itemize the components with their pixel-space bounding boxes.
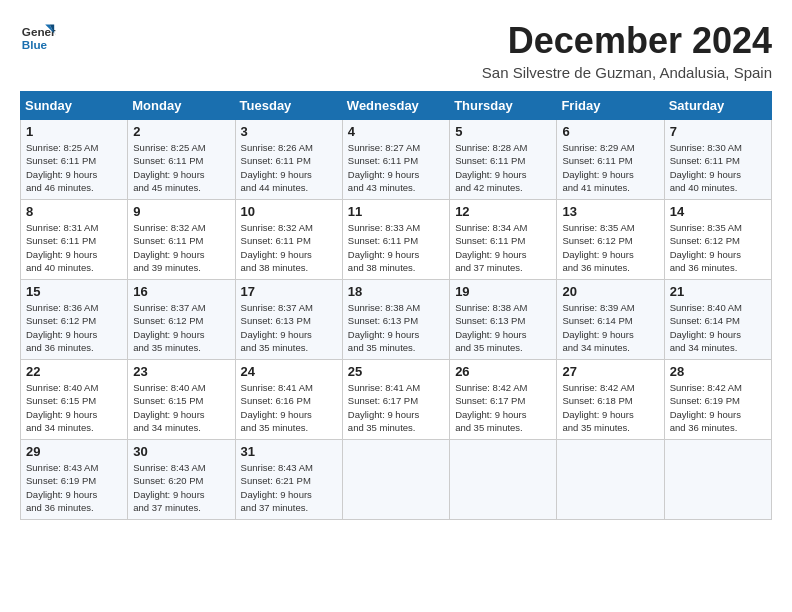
table-cell: 27Sunrise: 8:42 AM Sunset: 6:18 PM Dayli… [557,360,664,440]
day-info: Sunrise: 8:38 AM Sunset: 6:13 PM Dayligh… [455,301,551,354]
day-number: 21 [670,284,766,299]
table-cell: 16Sunrise: 8:37 AM Sunset: 6:12 PM Dayli… [128,280,235,360]
table-cell: 7Sunrise: 8:30 AM Sunset: 6:11 PM Daylig… [664,120,771,200]
day-info: Sunrise: 8:38 AM Sunset: 6:13 PM Dayligh… [348,301,444,354]
day-info: Sunrise: 8:40 AM Sunset: 6:14 PM Dayligh… [670,301,766,354]
table-cell: 18Sunrise: 8:38 AM Sunset: 6:13 PM Dayli… [342,280,449,360]
day-number: 2 [133,124,229,139]
day-info: Sunrise: 8:43 AM Sunset: 6:20 PM Dayligh… [133,461,229,514]
table-cell: 5Sunrise: 8:28 AM Sunset: 6:11 PM Daylig… [450,120,557,200]
day-number: 28 [670,364,766,379]
day-number: 15 [26,284,122,299]
day-number: 5 [455,124,551,139]
table-cell: 28Sunrise: 8:42 AM Sunset: 6:19 PM Dayli… [664,360,771,440]
table-cell [557,440,664,520]
header: General Blue December 2024 San Silvestre… [20,20,772,81]
day-info: Sunrise: 8:37 AM Sunset: 6:12 PM Dayligh… [133,301,229,354]
table-cell: 12Sunrise: 8:34 AM Sunset: 6:11 PM Dayli… [450,200,557,280]
table-cell: 20Sunrise: 8:39 AM Sunset: 6:14 PM Dayli… [557,280,664,360]
day-number: 4 [348,124,444,139]
month-title: December 2024 [482,20,772,62]
col-saturday: Saturday [664,92,771,120]
day-info: Sunrise: 8:32 AM Sunset: 6:11 PM Dayligh… [241,221,337,274]
table-cell: 4Sunrise: 8:27 AM Sunset: 6:11 PM Daylig… [342,120,449,200]
day-number: 12 [455,204,551,219]
table-cell: 21Sunrise: 8:40 AM Sunset: 6:14 PM Dayli… [664,280,771,360]
table-cell [342,440,449,520]
table-cell: 26Sunrise: 8:42 AM Sunset: 6:17 PM Dayli… [450,360,557,440]
day-info: Sunrise: 8:39 AM Sunset: 6:14 PM Dayligh… [562,301,658,354]
day-number: 19 [455,284,551,299]
day-number: 26 [455,364,551,379]
day-number: 16 [133,284,229,299]
location-title: San Silvestre de Guzman, Andalusia, Spai… [482,64,772,81]
col-friday: Friday [557,92,664,120]
day-number: 10 [241,204,337,219]
day-number: 29 [26,444,122,459]
table-cell [664,440,771,520]
calendar-row: 1Sunrise: 8:25 AM Sunset: 6:11 PM Daylig… [21,120,772,200]
day-info: Sunrise: 8:35 AM Sunset: 6:12 PM Dayligh… [670,221,766,274]
day-number: 27 [562,364,658,379]
logo-icon: General Blue [20,20,56,56]
day-number: 9 [133,204,229,219]
table-cell: 23Sunrise: 8:40 AM Sunset: 6:15 PM Dayli… [128,360,235,440]
day-number: 1 [26,124,122,139]
day-number: 13 [562,204,658,219]
table-cell: 30Sunrise: 8:43 AM Sunset: 6:20 PM Dayli… [128,440,235,520]
day-info: Sunrise: 8:36 AM Sunset: 6:12 PM Dayligh… [26,301,122,354]
day-info: Sunrise: 8:27 AM Sunset: 6:11 PM Dayligh… [348,141,444,194]
day-number: 14 [670,204,766,219]
table-cell: 17Sunrise: 8:37 AM Sunset: 6:13 PM Dayli… [235,280,342,360]
day-info: Sunrise: 8:40 AM Sunset: 6:15 PM Dayligh… [26,381,122,434]
table-cell: 10Sunrise: 8:32 AM Sunset: 6:11 PM Dayli… [235,200,342,280]
day-info: Sunrise: 8:25 AM Sunset: 6:11 PM Dayligh… [26,141,122,194]
calendar-row: 22Sunrise: 8:40 AM Sunset: 6:15 PM Dayli… [21,360,772,440]
day-number: 30 [133,444,229,459]
table-cell: 31Sunrise: 8:43 AM Sunset: 6:21 PM Dayli… [235,440,342,520]
table-cell: 29Sunrise: 8:43 AM Sunset: 6:19 PM Dayli… [21,440,128,520]
day-number: 18 [348,284,444,299]
col-monday: Monday [128,92,235,120]
table-cell: 9Sunrise: 8:32 AM Sunset: 6:11 PM Daylig… [128,200,235,280]
day-info: Sunrise: 8:43 AM Sunset: 6:21 PM Dayligh… [241,461,337,514]
day-number: 22 [26,364,122,379]
day-info: Sunrise: 8:32 AM Sunset: 6:11 PM Dayligh… [133,221,229,274]
table-cell: 15Sunrise: 8:36 AM Sunset: 6:12 PM Dayli… [21,280,128,360]
day-info: Sunrise: 8:42 AM Sunset: 6:17 PM Dayligh… [455,381,551,434]
table-cell: 3Sunrise: 8:26 AM Sunset: 6:11 PM Daylig… [235,120,342,200]
day-info: Sunrise: 8:33 AM Sunset: 6:11 PM Dayligh… [348,221,444,274]
day-info: Sunrise: 8:41 AM Sunset: 6:16 PM Dayligh… [241,381,337,434]
day-number: 20 [562,284,658,299]
day-info: Sunrise: 8:26 AM Sunset: 6:11 PM Dayligh… [241,141,337,194]
day-info: Sunrise: 8:40 AM Sunset: 6:15 PM Dayligh… [133,381,229,434]
table-cell: 22Sunrise: 8:40 AM Sunset: 6:15 PM Dayli… [21,360,128,440]
col-thursday: Thursday [450,92,557,120]
day-info: Sunrise: 8:43 AM Sunset: 6:19 PM Dayligh… [26,461,122,514]
header-row: Sunday Monday Tuesday Wednesday Thursday… [21,92,772,120]
logo: General Blue [20,20,56,56]
col-tuesday: Tuesday [235,92,342,120]
table-cell: 24Sunrise: 8:41 AM Sunset: 6:16 PM Dayli… [235,360,342,440]
table-cell: 1Sunrise: 8:25 AM Sunset: 6:11 PM Daylig… [21,120,128,200]
day-number: 11 [348,204,444,219]
calendar-table: Sunday Monday Tuesday Wednesday Thursday… [20,91,772,520]
calendar-row: 8Sunrise: 8:31 AM Sunset: 6:11 PM Daylig… [21,200,772,280]
day-number: 25 [348,364,444,379]
day-info: Sunrise: 8:37 AM Sunset: 6:13 PM Dayligh… [241,301,337,354]
calendar-row: 29Sunrise: 8:43 AM Sunset: 6:19 PM Dayli… [21,440,772,520]
day-number: 6 [562,124,658,139]
svg-text:Blue: Blue [22,38,48,51]
table-cell: 19Sunrise: 8:38 AM Sunset: 6:13 PM Dayli… [450,280,557,360]
title-block: December 2024 San Silvestre de Guzman, A… [482,20,772,81]
day-number: 31 [241,444,337,459]
day-info: Sunrise: 8:29 AM Sunset: 6:11 PM Dayligh… [562,141,658,194]
table-cell: 13Sunrise: 8:35 AM Sunset: 6:12 PM Dayli… [557,200,664,280]
table-cell [450,440,557,520]
table-cell: 8Sunrise: 8:31 AM Sunset: 6:11 PM Daylig… [21,200,128,280]
day-info: Sunrise: 8:28 AM Sunset: 6:11 PM Dayligh… [455,141,551,194]
day-number: 3 [241,124,337,139]
col-sunday: Sunday [21,92,128,120]
table-cell: 11Sunrise: 8:33 AM Sunset: 6:11 PM Dayli… [342,200,449,280]
day-number: 17 [241,284,337,299]
